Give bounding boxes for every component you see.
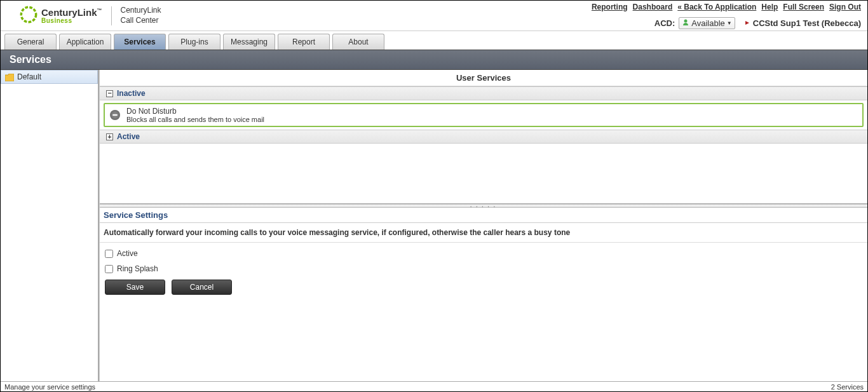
brand-sub: Business — [41, 18, 102, 24]
tab-about[interactable]: About — [332, 34, 384, 50]
main-area: Default User Services − Inactive Do Not … — [1, 70, 867, 392]
save-button[interactable]: Save — [105, 280, 165, 295]
divider — [111, 6, 112, 25]
group-active-label: Active — [117, 132, 140, 141]
service-name: Do Not Disturb — [126, 107, 264, 116]
current-user-name: CCStd Sup1 Test (Rebecca) — [753, 18, 861, 28]
brand-logo: CenturyLink™ Business — [20, 6, 102, 25]
tab-application[interactable]: Application — [59, 34, 111, 50]
sidebar: Default — [1, 70, 99, 392]
service-settings-desc: Automatically forward your incoming call… — [100, 223, 867, 243]
sidebar-item-label: Default — [17, 72, 41, 81]
section-title: Services — [1, 50, 867, 70]
top-nav-links: Reporting Dashboard « Back To Applicatio… — [592, 3, 861, 11]
service-do-not-disturb[interactable]: Do Not Disturb Blocks all calls and send… — [104, 103, 864, 127]
logo-icon — [20, 6, 37, 25]
checkbox-active[interactable] — [105, 250, 113, 258]
cancel-button[interactable]: Cancel — [172, 280, 232, 295]
checkbox-ring-splash[interactable] — [105, 265, 113, 273]
link-sign-out[interactable]: Sign Out — [829, 3, 861, 11]
sidebar-item-default[interactable]: Default — [1, 70, 98, 84]
arrow-right-icon — [739, 18, 749, 28]
services-list: − Inactive Do Not Disturb Blocks all cal… — [100, 86, 867, 204]
folder-icon — [5, 72, 14, 81]
brand-name: CenturyLink™ — [41, 8, 102, 17]
group-inactive-header[interactable]: − Inactive — [100, 86, 867, 100]
tab-plug-ins[interactable]: Plug-ins — [168, 34, 220, 50]
link-reporting[interactable]: Reporting — [592, 3, 628, 11]
link-full-screen[interactable]: Full Screen — [783, 3, 824, 11]
svg-point-1 — [684, 20, 688, 23]
app-header: CenturyLink™ Business CenturyLink Call C… — [1, 1, 867, 31]
do-not-disturb-icon — [110, 110, 120, 120]
group-inactive-label: Inactive — [117, 89, 146, 98]
tab-services[interactable]: Services — [114, 34, 166, 50]
expand-icon: + — [106, 133, 113, 140]
checkbox-active-label: Active — [117, 249, 138, 258]
status-left: Manage your service settings — [4, 383, 95, 391]
link-help[interactable]: Help — [761, 3, 778, 11]
collapse-icon: − — [106, 90, 113, 97]
main-tabs: General Application Services Plug-ins Me… — [1, 31, 867, 50]
service-settings-title: Service Settings — [100, 208, 867, 223]
status-right: 2 Services — [831, 383, 864, 391]
tab-general[interactable]: General — [4, 34, 57, 50]
acd-status-row: ACD: Available ▼ CCStd Sup1 Test (Rebecc… — [654, 17, 861, 29]
status-bar: Manage your service settings 2 Services — [1, 381, 867, 391]
service-desc: Blocks all calls and sends them to voice… — [126, 116, 264, 123]
link-back-to-application[interactable]: « Back To Application — [677, 3, 756, 11]
user-services-title: User Services — [100, 70, 867, 86]
acd-label: ACD: — [654, 18, 675, 28]
acd-status-text: Available — [691, 18, 725, 28]
chevron-down-icon: ▼ — [727, 20, 732, 26]
group-active-header[interactable]: + Active — [100, 130, 867, 144]
tab-report[interactable]: Report — [278, 34, 330, 50]
acd-status-dropdown[interactable]: Available ▼ — [679, 17, 735, 29]
content-area: User Services − Inactive Do Not Disturb … — [99, 70, 867, 392]
presence-icon — [682, 18, 689, 28]
svg-point-0 — [21, 7, 36, 22]
checkbox-ring-splash-label: Ring Splash — [117, 264, 158, 273]
link-dashboard[interactable]: Dashboard — [633, 3, 673, 11]
tab-messaging[interactable]: Messaging — [223, 34, 275, 50]
service-settings-body: Active Ring Splash Save Cancel — [100, 243, 867, 301]
app-name: CenturyLink Call Center — [121, 6, 161, 25]
